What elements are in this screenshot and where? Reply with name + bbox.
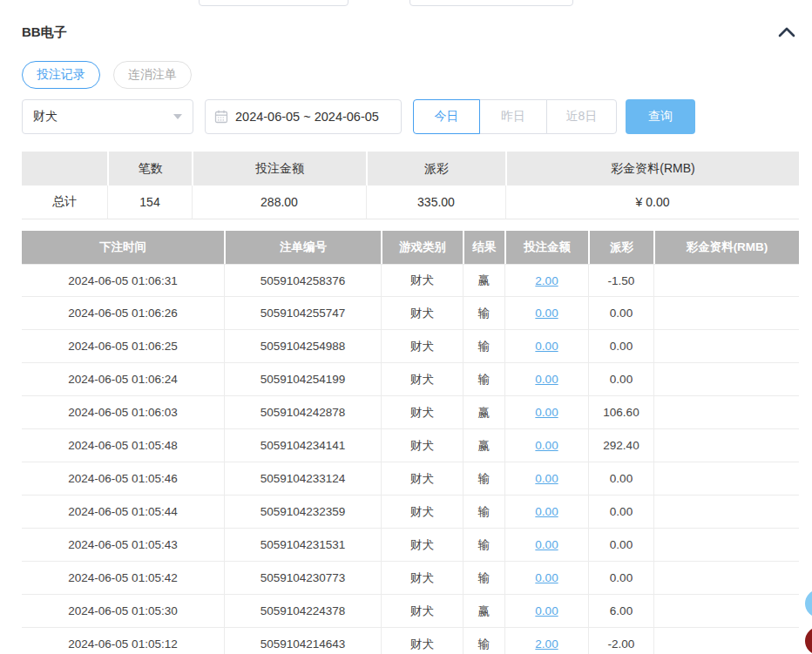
payout-cell: 6.00 <box>588 595 653 628</box>
payout-cell: 0.00 <box>588 562 653 595</box>
summary-total-bonus: ¥ 0.00 <box>505 185 799 219</box>
summary-header-empty <box>22 152 107 185</box>
game-type-cell: 财犬 <box>381 462 463 496</box>
game-select[interactable]: 财犬 <box>22 99 193 134</box>
game-type-cell: 财犬 <box>381 628 463 654</box>
bet-amount-cell: 0.00 <box>504 396 588 429</box>
cropped-input-above-1[interactable] <box>199 0 348 6</box>
bet-time-cell: 2024-06-05 01:05:44 <box>22 496 224 529</box>
quick-range-today[interactable]: 今日 <box>413 99 480 134</box>
quick-range-group: 今日 昨日 近8日 <box>413 99 617 134</box>
bonus-cell <box>653 529 799 562</box>
result-cell: 赢 <box>463 396 504 429</box>
bet-records-page: BB电子 投注记录 连消注单 财犬 <box>0 0 812 654</box>
floating-button-blue[interactable] <box>805 590 812 617</box>
bet-amount-link[interactable]: 0.00 <box>535 307 558 320</box>
payout-cell: 0.00 <box>588 363 653 396</box>
game-type-cell: 财犬 <box>381 529 463 562</box>
table-row: 2024-06-05 01:05:30 5059104224378 财犬 赢 0… <box>22 595 799 628</box>
column-header-game-type: 游戏类别 <box>381 231 463 264</box>
column-header-payout: 派彩 <box>588 231 653 264</box>
calendar-icon <box>214 110 228 124</box>
bet-amount-link[interactable]: 0.00 <box>535 439 558 452</box>
floating-button-red[interactable] <box>805 627 812 654</box>
bet-amount-link[interactable]: 0.00 <box>535 505 558 518</box>
date-range-input[interactable]: 2024-06-05 ~ 2024-06-05 <box>205 99 402 134</box>
bonus-cell <box>653 429 799 462</box>
tab-bar: 投注记录 连消注单 <box>22 61 812 89</box>
order-no-cell: 5059104254199 <box>224 363 381 396</box>
result-cell: 输 <box>463 330 504 363</box>
game-type-cell: 财犬 <box>381 496 463 529</box>
game-select-value: 财犬 <box>33 109 58 125</box>
bonus-cell <box>653 628 799 654</box>
result-cell: 输 <box>463 529 504 562</box>
bet-amount-cell: 0.00 <box>504 330 588 363</box>
bet-table-body: 2024-06-05 01:06:31 5059104258376 财犬 赢 2… <box>22 264 799 654</box>
bet-amount-link[interactable]: 0.00 <box>535 571 558 584</box>
table-row: 2024-06-05 01:06:03 5059104242878 财犬 赢 0… <box>22 396 799 429</box>
payout-cell: 106.60 <box>588 396 653 429</box>
result-cell: 输 <box>463 562 504 595</box>
summary-total-row: 总计 154 288.00 335.00 ¥ 0.00 <box>22 185 799 219</box>
bet-time-cell: 2024-06-05 01:06:03 <box>22 396 224 429</box>
result-cell: 输 <box>463 363 504 396</box>
bet-amount-link[interactable]: 0.00 <box>535 340 558 353</box>
payout-cell: 292.40 <box>588 429 653 462</box>
tab-cancelled-orders[interactable]: 连消注单 <box>113 61 192 89</box>
game-type-cell: 财犬 <box>381 330 463 363</box>
bonus-cell <box>653 363 799 396</box>
bonus-cell <box>653 462 799 496</box>
bet-time-cell: 2024-06-05 01:06:26 <box>22 297 224 330</box>
bonus-cell <box>653 396 799 429</box>
search-button[interactable]: 查询 <box>626 99 695 134</box>
table-row: 2024-06-05 01:06:31 5059104258376 财犬 赢 2… <box>22 264 799 297</box>
game-type-cell: 财犬 <box>381 562 463 595</box>
payout-cell: 0.00 <box>588 496 653 529</box>
payout-cell: -2.00 <box>588 628 653 654</box>
summary-total-count: 154 <box>107 185 192 219</box>
order-no-cell: 5059104232359 <box>224 496 381 529</box>
quick-range-last8days[interactable]: 近8日 <box>546 99 617 134</box>
quick-range-yesterday[interactable]: 昨日 <box>479 99 547 134</box>
payout-cell: 0.00 <box>588 462 653 496</box>
table-row: 2024-06-05 01:05:43 5059104231531 财犬 输 0… <box>22 529 799 562</box>
bet-amount-link[interactable]: 2.00 <box>535 274 558 287</box>
table-row: 2024-06-05 01:06:26 5059104255747 财犬 输 0… <box>22 297 799 330</box>
table-row: 2024-06-05 01:05:42 5059104230773 财犬 输 0… <box>22 562 799 595</box>
bet-time-cell: 2024-06-05 01:06:31 <box>22 264 224 297</box>
bet-amount-link[interactable]: 2.00 <box>535 637 558 651</box>
bet-amount-link[interactable]: 0.00 <box>535 406 558 419</box>
bet-amount-cell: 0.00 <box>504 595 588 628</box>
table-row: 2024-06-05 01:05:44 5059104232359 财犬 输 0… <box>22 496 799 529</box>
bet-amount-cell: 0.00 <box>504 496 588 529</box>
bonus-cell <box>653 330 799 363</box>
bet-amount-link[interactable]: 0.00 <box>535 604 558 617</box>
bet-amount-cell: 0.00 <box>504 562 588 595</box>
table-row: 2024-06-05 01:06:24 5059104254199 财犬 输 0… <box>22 363 799 396</box>
tab-bet-records[interactable]: 投注记录 <box>22 61 100 89</box>
bet-time-cell: 2024-06-05 01:05:12 <box>22 628 224 654</box>
bet-amount-link[interactable]: 0.00 <box>535 472 558 485</box>
bet-time-cell: 2024-06-05 01:05:43 <box>22 529 224 562</box>
section-header: BB电子 <box>22 24 795 40</box>
column-header-result: 结果 <box>463 231 504 264</box>
bet-time-cell: 2024-06-05 01:05:30 <box>22 595 224 628</box>
chevron-up-icon[interactable] <box>778 27 795 37</box>
summary-header-bonus: 彩金资料(RMB) <box>505 152 799 185</box>
summary-header-bet-amount: 投注金额 <box>192 152 366 185</box>
column-header-order-no: 注单编号 <box>224 231 381 264</box>
game-type-cell: 财犬 <box>381 297 463 330</box>
cropped-input-above-2[interactable] <box>409 0 573 6</box>
summary-total-bet-amount: 288.00 <box>192 185 366 219</box>
bet-time-cell: 2024-06-05 01:05:46 <box>22 462 224 496</box>
bet-time-cell: 2024-06-05 01:06:25 <box>22 330 224 363</box>
chevron-down-icon <box>173 114 182 119</box>
table-row: 2024-06-05 01:06:25 5059104254988 财犬 输 0… <box>22 330 799 363</box>
bet-amount-cell: 0.00 <box>504 529 588 562</box>
bet-amount-link[interactable]: 0.00 <box>535 538 558 551</box>
bet-amount-link[interactable]: 0.00 <box>535 373 558 386</box>
game-type-cell: 财犬 <box>381 595 463 628</box>
summary-header-count: 笔数 <box>107 152 192 185</box>
payout-cell: 0.00 <box>588 297 653 330</box>
